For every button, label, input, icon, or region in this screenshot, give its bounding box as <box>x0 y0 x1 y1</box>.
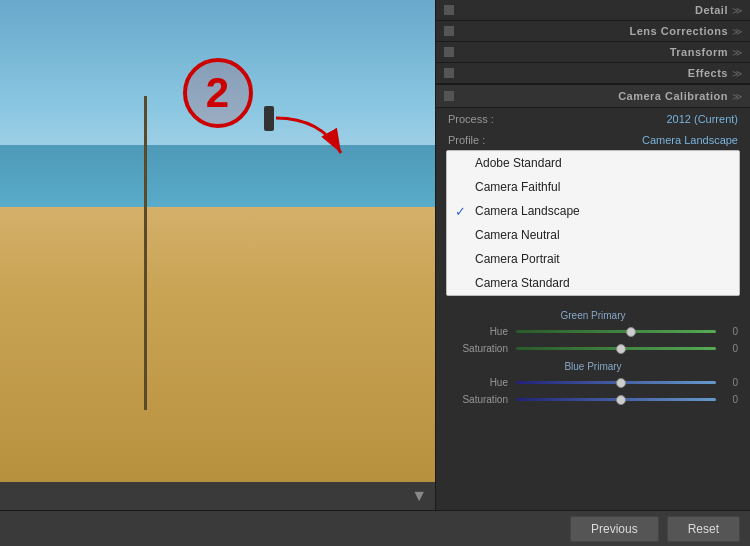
saturation-slider-row-blue: Saturation 0 <box>448 391 738 408</box>
profile-label: Profile : <box>448 134 518 146</box>
section-detail[interactable]: Detail ≫ <box>436 0 750 21</box>
saturation-thumb-green[interactable] <box>616 344 626 354</box>
chevron-down-icon: ▼ <box>411 487 427 505</box>
hue-track-blue[interactable] <box>516 381 716 384</box>
saturation-track-blue[interactable] <box>516 398 716 401</box>
photo-panel: 2 ▼ <box>0 0 435 510</box>
section-toggle-calibration <box>444 91 454 101</box>
dropdown-item-camera-neutral[interactable]: Camera Neutral <box>447 223 739 247</box>
section-toggle-lens <box>444 26 454 36</box>
hue-label-green: Hue <box>448 326 508 337</box>
process-row: Process : 2012 (Current) <box>436 108 750 130</box>
section-toggle-transform <box>444 47 454 57</box>
hue-thumb-green[interactable] <box>626 327 636 337</box>
profile-dropdown-menu: Adobe Standard Camera Faithful Camera La… <box>446 150 740 296</box>
previous-button[interactable]: Previous <box>570 516 659 542</box>
annotation-arrow <box>261 108 361 172</box>
section-toggle-effects <box>444 68 454 78</box>
blue-primary-label: Blue Primary <box>448 357 738 374</box>
dropdown-item-camera-portrait[interactable]: Camera Portrait <box>447 247 739 271</box>
green-primary-label: Green Primary <box>448 306 738 323</box>
section-lens-corrections[interactable]: Lens Corrections ≫ <box>436 21 750 42</box>
hue-track-green[interactable] <box>516 330 716 333</box>
bottom-bar: Previous Reset <box>0 510 750 546</box>
section-transform[interactable]: Transform ≫ <box>436 42 750 63</box>
saturation-thumb-blue[interactable] <box>616 395 626 405</box>
reset-button[interactable]: Reset <box>667 516 740 542</box>
section-title-effects: Effects <box>460 67 728 79</box>
saturation-slider-row-green: Saturation 0 <box>448 340 738 357</box>
right-panel: Detail ≫ Lens Corrections ≫ Transform ≫ … <box>435 0 750 510</box>
photo-container: 2 <box>0 0 435 482</box>
beach-sand <box>0 207 435 482</box>
beach-sea <box>0 145 435 217</box>
sliders-section: Green Primary Hue 0 Saturation 0 Blue Pr… <box>436 300 750 414</box>
beach-pole <box>144 96 147 409</box>
section-title-calibration: Camera Calibration <box>460 90 728 102</box>
hue-slider-row-green: Hue 0 <box>448 323 738 340</box>
section-title-transform: Transform <box>460 46 728 58</box>
saturation-track-green[interactable] <box>516 347 716 350</box>
profile-value[interactable]: Camera Landscape <box>518 134 738 146</box>
photo-panel-bottom: ▼ <box>0 482 435 510</box>
hue-value-blue: 0 <box>722 377 738 388</box>
saturation-value-blue: 0 <box>722 394 738 405</box>
section-arrow-transform: ≫ <box>732 47 742 58</box>
section-title-lens: Lens Corrections <box>460 25 728 37</box>
section-toggle-detail <box>444 5 454 15</box>
profile-row: Profile : Camera Landscape <box>436 130 750 150</box>
dropdown-item-adobe-standard[interactable]: Adobe Standard <box>447 151 739 175</box>
section-arrow-detail: ≫ <box>732 5 742 16</box>
hue-thumb-blue[interactable] <box>616 378 626 388</box>
dropdown-item-camera-landscape[interactable]: Camera Landscape <box>447 199 739 223</box>
section-effects[interactable]: Effects ≫ <box>436 63 750 84</box>
process-label: Process : <box>448 113 518 125</box>
hue-label-blue: Hue <box>448 377 508 388</box>
hue-value-green: 0 <box>722 326 738 337</box>
saturation-label-green: Saturation <box>448 343 508 354</box>
section-arrow-effects: ≫ <box>732 68 742 79</box>
annotation-number: 2 <box>183 58 253 128</box>
section-camera-calibration[interactable]: Camera Calibration ≫ <box>436 84 750 108</box>
saturation-value-green: 0 <box>722 343 738 354</box>
dropdown-item-camera-standard[interactable]: Camera Standard <box>447 271 739 295</box>
saturation-label-blue: Saturation <box>448 394 508 405</box>
section-arrow-lens: ≫ <box>732 26 742 37</box>
process-value[interactable]: 2012 (Current) <box>518 113 738 125</box>
section-title-detail: Detail <box>460 4 728 16</box>
section-arrow-calibration: ≫ <box>732 91 742 102</box>
dropdown-item-camera-faithful[interactable]: Camera Faithful <box>447 175 739 199</box>
hue-slider-row-blue: Hue 0 <box>448 374 738 391</box>
